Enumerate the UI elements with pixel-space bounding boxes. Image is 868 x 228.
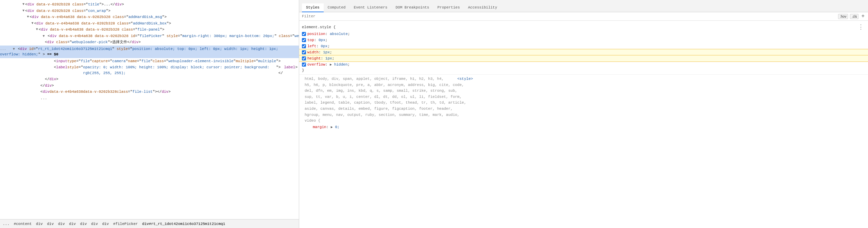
breadcrumb-item[interactable]: #content <box>14 222 32 226</box>
dom-line[interactable]: <div class="webuploader-pick" > 选择文件 </d… <box>0 39 299 46</box>
breadcrumb-item[interactable]: div <box>80 222 87 226</box>
property-checkbox-left[interactable] <box>302 44 306 48</box>
property-checkbox-overflow[interactable] <box>302 63 306 67</box>
style-property-overflow: overflow : ▶ hidden ; <box>299 62 868 68</box>
collapse-triangle[interactable]: ▼ <box>36 27 38 32</box>
cls-button[interactable]: .cls <box>850 14 858 19</box>
dom-line[interactable]: <label style="opacity: 0; width: 100%; h… <box>0 64 299 76</box>
dom-line[interactable]: <div data-v-e4b4a638 data-v-0202b328 cla… <box>0 89 299 95</box>
filter-bar: :hov .cls + <box>299 12 868 21</box>
tab-accessibility[interactable]: Accessibility <box>464 3 501 12</box>
property-checkbox-top[interactable] <box>302 38 306 42</box>
tab-styles[interactable]: Styles <box>302 3 324 12</box>
property-checkbox-height[interactable] <box>302 56 306 60</box>
dom-line-selected[interactable]: ... ▼ <div id="rt_rt_1dot42omi1c6o37125m… <box>0 46 299 58</box>
dom-line[interactable]: ▼ <div data-v-0202b328 class="con_wrap" … <box>0 8 299 14</box>
tab-properties[interactable]: Properties <box>433 3 464 12</box>
dom-line[interactable]: ... <box>0 95 299 102</box>
dom-line[interactable]: </div> <box>0 76 299 83</box>
breadcrumb-item[interactable]: div <box>91 222 98 226</box>
add-style-button[interactable]: + <box>861 14 865 19</box>
breadcrumb-item[interactable]: div <box>47 222 54 226</box>
style-property-height: height : 1px ; <box>299 55 868 62</box>
inherited-style-link[interactable]: <style> <box>457 77 473 81</box>
inherited-rule-text: html, body, div, span, applet, object, i… <box>302 76 865 82</box>
breadcrumb-item[interactable]: #filePicker <box>113 222 138 226</box>
style-property-margin-inherited: margin : ▶ 0; <box>302 124 865 130</box>
dom-line[interactable]: ▼ <div data-v-e4b4a638 data-v-0202b328 c… <box>0 20 299 27</box>
style-property-position: position : absolute ; <box>299 31 868 37</box>
tab-dom-breakpoints[interactable]: DOM Breakpoints <box>391 3 433 12</box>
collapse-triangle[interactable]: ▼ <box>42 34 45 39</box>
dom-content: ▼ <div data-v-0202b328 class="title" >..… <box>0 0 299 219</box>
dom-line[interactable]: ▼ <div data-v-e4b4a638 data-v-0202b328 c… <box>0 14 299 20</box>
tabs-bar: Styles Computed Event Listeners DOM Brea… <box>299 0 868 12</box>
dom-line[interactable]: </div> <box>0 83 299 89</box>
style-property-top: top : 0px ; <box>299 37 868 43</box>
dom-line[interactable]: ▼ <div data-v-e4b4a638 data-v-0202b328 c… <box>0 27 299 33</box>
styles-content: element.style { ⋮ position : absolute ; … <box>299 21 868 228</box>
collapse-triangle[interactable]: ▼ <box>22 2 24 7</box>
breadcrumb-item-active[interactable]: div#rt_rt_1dot42omi1c6o37125m1t21cmq1 <box>142 222 225 226</box>
property-checkbox-position[interactable] <box>302 32 306 36</box>
styles-panel: Styles Computed Event Listeners DOM Brea… <box>299 0 868 228</box>
dom-line[interactable]: ▼ <div data-v-0202b328 class="title" >..… <box>0 1 299 8</box>
style-property-width: width : 1px ; <box>299 49 868 55</box>
hov-button[interactable]: :hov <box>838 14 848 19</box>
breadcrumb-item[interactable]: div <box>36 222 43 226</box>
tab-computed[interactable]: Computed <box>324 3 350 12</box>
filter-input[interactable] <box>302 14 835 18</box>
element-style-header: element.style { ⋮ <box>299 23 868 31</box>
style-property-left: left : 0px ; <box>299 43 868 49</box>
breadcrumb-item[interactable]: div <box>69 222 76 226</box>
collapse-triangle[interactable]: ▼ <box>22 8 24 13</box>
element-style-section: element.style { ⋮ position : absolute ; … <box>299 22 868 75</box>
property-checkbox-width[interactable] <box>302 50 306 54</box>
dom-line[interactable]: ▼ <div data-v-e4b4a638 data-v-0202b328 i… <box>0 33 299 39</box>
breadcrumb-item[interactable]: div <box>102 222 109 226</box>
breadcrumb-bar: ... #content div div div div div div div… <box>0 219 299 228</box>
dom-panel: ▼ <div data-v-0202b328 class="title" >..… <box>0 0 299 228</box>
collapse-triangle[interactable]: ▼ <box>27 14 29 19</box>
dom-line[interactable]: <input type="file" capture="camera" name… <box>0 58 299 65</box>
breadcrumb-item[interactable]: ... <box>3 222 10 226</box>
close-brace: } <box>299 68 868 73</box>
collapse-triangle[interactable]: ▼ <box>13 47 15 52</box>
overflow-menu-button[interactable]: ⋮ <box>858 24 864 30</box>
tab-event-listeners[interactable]: Event Listeners <box>350 3 391 12</box>
collapse-triangle[interactable]: ▼ <box>31 21 33 26</box>
inherited-styles-section: html, body, div, span, applet, object, i… <box>299 75 868 131</box>
breadcrumb-item[interactable]: div <box>58 222 65 226</box>
